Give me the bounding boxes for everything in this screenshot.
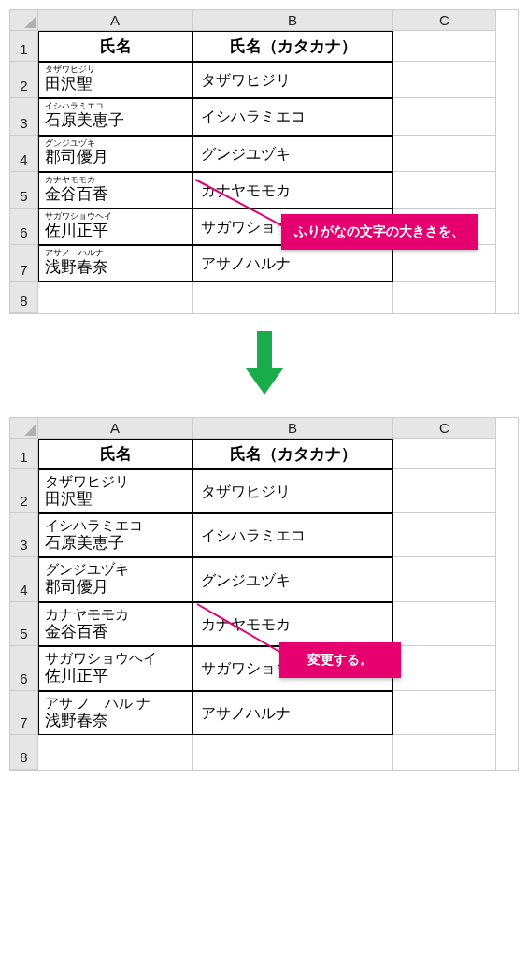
col-header-b[interactable]: B	[193, 418, 393, 439]
col-header-a[interactable]: A	[38, 10, 193, 31]
cell-name[interactable]: サガワショウヘイ 佐川正平	[38, 209, 193, 245]
cell-c[interactable]	[393, 557, 496, 601]
cell-name[interactable]: アサ ノ ハル ナ 浅野春奈	[38, 691, 193, 735]
row-header[interactable]: 8	[10, 735, 38, 770]
cell-empty[interactable]	[193, 282, 393, 313]
select-all-corner[interactable]	[10, 418, 38, 439]
furigana: サガワショウヘイ	[45, 212, 186, 222]
furigana: アサノ ハルナ	[45, 249, 186, 258]
cell-name[interactable]: カナヤモモカ 金谷百香	[38, 172, 193, 209]
cell-name[interactable]: カナヤモモカ 金谷百香	[38, 602, 193, 646]
cell-c[interactable]	[393, 602, 496, 646]
row-header[interactable]: 5	[10, 172, 38, 209]
cell-empty[interactable]	[193, 735, 393, 770]
cell-c[interactable]	[393, 98, 496, 135]
cell-name[interactable]: イシハラミエコ 石原美恵子	[38, 98, 193, 135]
cell-c[interactable]	[393, 513, 496, 557]
cell-name[interactable]: サガワショウヘイ 佐川正平	[38, 646, 193, 690]
row-header[interactable]: 7	[10, 691, 38, 735]
kanji-name: 佐川正平	[45, 222, 186, 240]
katakana-text: グンジユヅキ	[199, 561, 291, 598]
cell-katakana[interactable]: アサノハルナ	[193, 691, 393, 735]
kanji-name: 石原美恵子	[45, 534, 186, 553]
row-header[interactable]: 1	[10, 439, 38, 469]
cell-katakana[interactable]: カナヤモモカ	[193, 602, 393, 646]
kanji-name: 金谷百香	[45, 623, 186, 641]
cell-empty[interactable]	[38, 282, 193, 313]
furigana: グンジユヅキ	[45, 139, 186, 149]
furigana: カナヤモモカ	[45, 176, 186, 185]
row-header[interactable]: 6	[10, 646, 38, 690]
header-name[interactable]: 氏名	[38, 439, 193, 469]
callout-before: ふりがなの文字の大きさを、	[281, 214, 478, 250]
callout-after: 変更する。	[279, 642, 401, 678]
kanji-name: 田沢聖	[45, 75, 186, 94]
cell-c1[interactable]	[393, 439, 496, 469]
furigana: イシハラミエコ	[45, 102, 186, 111]
cell-c1[interactable]	[393, 31, 496, 62]
cell-c[interactable]	[393, 245, 496, 281]
svg-marker-0	[24, 17, 36, 28]
kanji-name: 佐川正平	[45, 667, 186, 685]
kanji-name: 郡司優月	[45, 148, 186, 166]
col-header-a[interactable]: A	[38, 418, 193, 439]
cell-c[interactable]	[393, 136, 496, 172]
row-header[interactable]: 4	[10, 136, 38, 172]
row-header[interactable]: 7	[10, 245, 38, 281]
row-header[interactable]: 2	[10, 62, 38, 98]
kanji-name: 金谷百香	[45, 185, 186, 204]
row-header[interactable]: 5	[10, 602, 38, 646]
katakana-text: イシハラミエコ	[199, 517, 306, 554]
katakana-text: アサノハルナ	[199, 695, 291, 731]
row-header[interactable]: 8	[10, 282, 38, 313]
header-katakana[interactable]: 氏名（カタカナ）	[193, 439, 393, 469]
furigana: イシハラミエコ	[45, 517, 186, 534]
kanji-name: 郡司優月	[45, 578, 186, 597]
header-name[interactable]: 氏名	[38, 31, 193, 62]
katakana-text: タザワヒジリ	[199, 65, 291, 94]
katakana-text: グンジユヅキ	[199, 139, 291, 168]
row-header[interactable]: 1	[10, 31, 38, 62]
row-header[interactable]: 2	[10, 469, 38, 513]
row-header[interactable]: 6	[10, 209, 38, 245]
cell-name[interactable]: タザワヒジリ 田沢聖	[38, 62, 193, 98]
furigana: カナヤモモカ	[45, 606, 186, 623]
cell-c[interactable]	[393, 646, 496, 690]
row-header[interactable]: 3	[10, 513, 38, 557]
kanji-name: 浅野春奈	[45, 258, 186, 277]
cell-name[interactable]: グンジユヅキ 郡司優月	[38, 557, 193, 601]
cell-name[interactable]: イシハラミエコ 石原美恵子	[38, 513, 193, 557]
cell-katakana[interactable]: タザワヒジリ	[193, 469, 393, 513]
furigana: サガワショウヘイ	[45, 650, 186, 667]
cell-empty[interactable]	[393, 735, 496, 770]
furigana: タザワヒジリ	[45, 473, 186, 490]
furigana: タザワヒジリ	[45, 65, 186, 75]
header-katakana[interactable]: 氏名（カタカナ）	[193, 31, 393, 62]
cell-c[interactable]	[393, 691, 496, 735]
cell-katakana[interactable]: アサノハルナ	[193, 245, 393, 281]
select-all-corner[interactable]	[10, 10, 38, 31]
cell-katakana[interactable]: タザワヒジリ	[193, 62, 393, 98]
cell-katakana[interactable]: イシハラミエコ	[193, 98, 393, 135]
cell-katakana[interactable]: グンジユヅキ	[193, 136, 393, 172]
kanji-name: 田沢聖	[45, 490, 186, 509]
cell-c[interactable]	[393, 469, 496, 513]
spreadsheet-before: A B C 1 氏名 氏名（カタカナ） 2 タザワヒジリ 田沢聖 タザワヒジリ …	[9, 9, 519, 314]
col-header-c[interactable]: C	[393, 10, 496, 31]
row-header[interactable]: 4	[10, 557, 38, 601]
cell-c[interactable]	[393, 62, 496, 98]
cell-katakana[interactable]: カナヤモモカ	[193, 172, 393, 209]
cell-c[interactable]	[393, 172, 496, 209]
cell-empty[interactable]	[393, 282, 496, 313]
col-header-b[interactable]: B	[193, 10, 393, 31]
row-header[interactable]: 3	[10, 98, 38, 135]
cell-katakana[interactable]: グンジユヅキ	[193, 557, 393, 601]
svg-marker-2	[246, 368, 283, 395]
col-header-c[interactable]: C	[393, 418, 496, 439]
cell-empty[interactable]	[38, 735, 193, 770]
furigana: グンジユヅキ	[45, 561, 186, 578]
cell-katakana[interactable]: イシハラミエコ	[193, 513, 393, 557]
cell-name[interactable]: タザワヒジリ 田沢聖	[38, 469, 193, 513]
cell-name[interactable]: アサノ ハルナ 浅野春奈	[38, 245, 193, 281]
cell-name[interactable]: グンジユヅキ 郡司優月	[38, 136, 193, 172]
